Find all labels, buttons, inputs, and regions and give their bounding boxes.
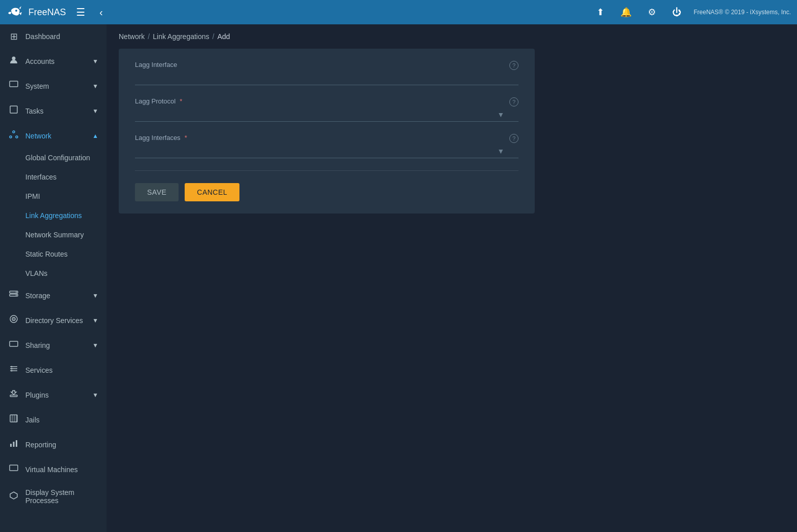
svg-point-19: [11, 366, 13, 368]
sidebar-item-tasks[interactable]: Tasks ▼: [0, 98, 107, 123]
lagg-protocol-select[interactable]: LACP Failover LoadBalance RoundRobin Non…: [135, 107, 518, 122]
breadcrumb-link-aggregations[interactable]: Link Aggregations: [153, 32, 209, 41]
settings-icon[interactable]: ⚙: [644, 5, 660, 20]
copyright-text: FreeNAS® © 2019 - iXsystems, Inc.: [694, 9, 791, 16]
sidebar-item-label: Directory Services: [25, 316, 83, 325]
bell-icon[interactable]: 🔔: [616, 5, 636, 20]
storage-arrow: ▼: [92, 292, 98, 299]
sidebar-item-storage[interactable]: Storage ▼: [0, 283, 107, 308]
svg-rect-15: [10, 341, 18, 346]
topbar: FreeNAS ☰ ‹ ⬆ 🔔 ⚙ ⏻ FreeNAS® © 2019 - iX…: [0, 0, 797, 24]
sidebar-item-label: Tasks: [25, 107, 44, 115]
sidebar-item-label: Sharing: [25, 341, 50, 349]
svg-rect-22: [10, 395, 17, 397]
sidebar-item-vlans[interactable]: VLANs: [0, 264, 107, 283]
sidebar-item-network[interactable]: Network ▲: [0, 123, 107, 148]
sidebar-item-label: Dashboard: [25, 32, 60, 41]
directory-services-icon: [8, 314, 19, 326]
sidebar-item-plugins[interactable]: Plugins ▼: [0, 382, 107, 407]
breadcrumb-network[interactable]: Network: [119, 32, 145, 41]
sidebar-item-reporting[interactable]: Reporting: [0, 432, 107, 457]
sidebar-item-network-summary[interactable]: Network Summary: [0, 225, 107, 244]
sidebar-item-ipmi[interactable]: IPMI: [0, 187, 107, 206]
svg-rect-28: [13, 442, 15, 447]
logo[interactable]: FreeNAS: [6, 3, 66, 21]
sharing-icon: [8, 339, 19, 351]
sidebar-item-system[interactable]: System ▼: [0, 74, 107, 98]
lagg-interfaces-required: *: [185, 134, 187, 141]
sidebar-item-interfaces[interactable]: Interfaces: [0, 167, 107, 187]
lagg-interfaces-select-wrapper: ▼: [135, 144, 518, 158]
sidebar-item-label: Virtual Machines: [25, 466, 78, 474]
svg-point-10: [16, 292, 17, 293]
power-icon[interactable]: ⏻: [668, 5, 685, 20]
lagg-protocol-label: Lagg Protocol * ?: [135, 97, 518, 105]
sidebar-item-accounts[interactable]: Accounts ▼: [0, 49, 107, 74]
breadcrumb-sep-2: /: [213, 32, 215, 41]
lagg-interfaces-help-icon[interactable]: ?: [509, 134, 518, 143]
save-button[interactable]: SAVE: [135, 183, 179, 201]
svg-point-14: [13, 318, 14, 320]
lagg-interface-label: Lagg Interface ?: [135, 61, 518, 68]
plugins-arrow: ▼: [92, 392, 98, 399]
display-system-processes-icon: [8, 491, 19, 503]
menu-icon[interactable]: ☰: [72, 4, 89, 20]
sidebar-item-label: Accounts: [25, 57, 55, 65]
sidebar-item-label: Services: [25, 366, 53, 374]
sidebar-item-global-configuration[interactable]: Global Configuration: [0, 148, 107, 167]
svg-point-20: [11, 368, 13, 370]
svg-point-6: [10, 136, 12, 138]
directory-services-arrow: ▼: [92, 317, 98, 324]
layout: ⊞ Dashboard Accounts ▼ System ▼ Tasks ▼: [0, 24, 797, 532]
lagg-interfaces-group: Lagg Interfaces * ? ▼: [135, 134, 518, 158]
sidebar-sub-label: Link Aggregations: [25, 211, 82, 220]
lagg-protocol-select-wrapper: LACP Failover LoadBalance RoundRobin Non…: [135, 107, 518, 122]
plugins-icon: [8, 389, 19, 401]
upload-icon[interactable]: ⬆: [593, 5, 608, 20]
topbar-left: FreeNAS ☰ ‹: [6, 3, 107, 21]
system-arrow: ▼: [92, 83, 98, 90]
form-divider: [135, 170, 518, 171]
sidebar-item-static-routes[interactable]: Static Routes: [0, 244, 107, 264]
sidebar-sub-label: IPMI: [25, 192, 40, 200]
lagg-interfaces-select[interactable]: [135, 144, 518, 158]
sidebar-sub-label: Network Summary: [25, 231, 84, 239]
jails-icon: [8, 414, 19, 425]
lagg-interfaces-label: Lagg Interfaces * ?: [135, 134, 518, 141]
breadcrumb-sep-1: /: [148, 32, 150, 41]
dashboard-icon: ⊞: [8, 31, 19, 42]
lagg-interface-help-icon[interactable]: ?: [509, 61, 518, 70]
content: Lagg Interface ? Lagg Protocol * ?: [107, 49, 797, 532]
svg-rect-27: [10, 444, 12, 447]
svg-point-21: [11, 370, 13, 372]
sidebar-item-label: System: [25, 82, 49, 90]
sidebar-sub-label: Interfaces: [25, 173, 56, 181]
sidebar-item-services[interactable]: Services: [0, 358, 107, 382]
accounts-icon: [8, 55, 19, 67]
logo-icon: [6, 3, 24, 21]
form-card: Lagg Interface ? Lagg Protocol * ?: [119, 49, 535, 214]
sidebar-item-link-aggregations[interactable]: Link Aggregations: [0, 206, 107, 225]
network-icon: [8, 130, 19, 141]
sharing-arrow: ▼: [92, 342, 98, 349]
sidebar-item-directory-services[interactable]: Directory Services ▼: [0, 308, 107, 333]
svg-rect-4: [10, 106, 17, 113]
back-icon[interactable]: ‹: [95, 5, 107, 20]
form-actions: SAVE CANCEL: [135, 183, 518, 201]
lagg-interface-group: Lagg Interface ?: [135, 61, 518, 85]
cancel-button[interactable]: CANCEL: [185, 183, 239, 201]
sidebar-item-jails[interactable]: Jails: [0, 407, 107, 432]
svg-rect-30: [10, 465, 18, 471]
sidebar-item-label: Display System Processes: [25, 488, 74, 505]
sidebar-item-sharing[interactable]: Sharing ▼: [0, 333, 107, 358]
breadcrumb: Network / Link Aggregations / Add: [107, 24, 797, 49]
lagg-protocol-help-icon[interactable]: ?: [509, 97, 518, 107]
svg-point-2: [12, 57, 16, 60]
sidebar-item-dashboard[interactable]: ⊞ Dashboard: [0, 24, 107, 49]
svg-point-1: [15, 10, 17, 12]
sidebar-item-display-system-processes[interactable]: Display System Processes: [0, 482, 107, 511]
lagg-interface-input[interactable]: [135, 70, 518, 85]
sidebar-sub-label: Static Routes: [25, 250, 67, 258]
network-arrow: ▲: [92, 132, 98, 139]
sidebar-item-virtual-machines[interactable]: Virtual Machines: [0, 457, 107, 482]
